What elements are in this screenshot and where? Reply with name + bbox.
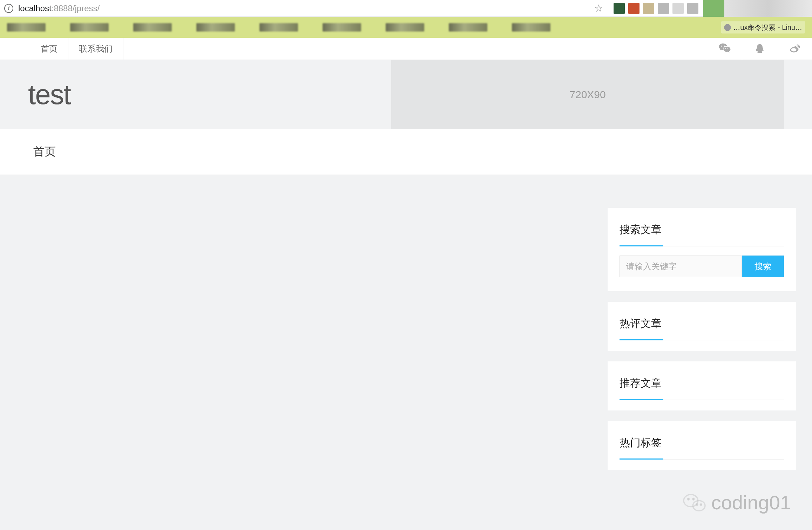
nav-item-home[interactable]: 首页 [30,38,68,60]
svg-point-4 [696,504,697,505]
wechat-icon[interactable] [707,38,742,60]
bookmark-star-icon[interactable]: ☆ [594,2,603,14]
window-controls-blur [724,0,812,17]
nav-label: 首页 [41,43,57,54]
bookmark-item[interactable] [449,23,487,32]
bookmark-item[interactable] [196,23,235,32]
bookmark-item-linux[interactable]: …ux命令搜索 - Linu… [721,21,805,34]
search-row: 搜索 [620,256,784,277]
bookmark-item[interactable] [386,23,424,32]
ad-banner[interactable]: 720X90 [391,60,784,129]
extension-icon[interactable] [643,3,654,14]
widget-title: 推荐文章 [620,376,784,400]
watermark: coding01 [683,491,791,514]
bookmark-item[interactable] [512,23,550,32]
ad-text: 720X90 [569,89,605,101]
bookmark-item[interactable] [259,23,298,32]
widget-search: 搜索文章 搜索 [608,208,796,291]
svg-point-3 [692,498,694,500]
watermark-text: coding01 [711,491,791,514]
url-text: localhost:8888/jpress/ [18,4,100,13]
main-area: 搜索文章 搜索 热评文章 推荐文章 热门标签 [0,175,812,481]
search-input[interactable] [620,256,742,277]
breadcrumb-bar: 首页 [0,129,812,175]
extension-icon[interactable] [628,3,640,14]
bookmark-label: …ux命令搜索 - Linu… [733,23,802,32]
wechat-watermark-icon [683,492,707,513]
url-host: localhost [18,4,52,13]
extension-icon[interactable] [687,3,698,14]
top-nav: 首页 联系我们 [0,38,812,60]
sidebar-column: 搜索文章 搜索 热评文章 推荐文章 热门标签 [608,175,796,481]
profile-avatar[interactable] [703,0,724,17]
bookmark-item[interactable] [7,23,46,32]
extension-icon[interactable] [672,3,684,14]
bookmarks-bar: …ux命令搜索 - Linu… [0,17,812,38]
bookmark-item[interactable] [133,23,172,32]
bookmark-item[interactable] [70,23,109,32]
widget-hot-comments: 热评文章 [608,302,796,351]
nav-label: 联系我们 [79,43,113,54]
widget-title: 热评文章 [620,317,784,340]
svg-point-5 [700,504,702,505]
svg-point-0 [684,494,698,507]
extension-icons [614,3,701,14]
info-icon[interactable]: i [4,4,13,13]
address-bar[interactable]: i localhost:8888/jpress/ ☆ [0,0,614,16]
content-column [0,175,608,481]
nav-right [707,38,812,60]
bookmark-favicon-icon [724,24,731,31]
breadcrumb-home[interactable]: 首页 [33,144,56,159]
nav-item-contact[interactable]: 联系我们 [68,38,123,60]
widget-recommended: 推荐文章 [608,361,796,410]
browser-chrome: i localhost:8888/jpress/ ☆ [0,0,812,17]
url-path: /jpress/ [73,4,100,13]
svg-point-2 [688,498,689,500]
extension-icon[interactable] [658,3,669,14]
nav-left: 首页 联系我们 [0,38,123,60]
svg-point-1 [693,501,705,511]
bookmark-item[interactable] [323,23,361,32]
widget-title: 热门标签 [620,436,784,460]
search-button[interactable]: 搜索 [742,256,784,277]
qq-icon[interactable] [742,38,777,60]
widget-hot-tags: 热门标签 [608,421,796,470]
url-port: :8888 [52,4,73,13]
extension-icon[interactable] [614,3,625,14]
site-title: test [28,79,70,111]
widget-title: 搜索文章 [620,223,784,246]
weibo-icon[interactable] [777,38,812,60]
header-section: test 720X90 [0,60,812,129]
